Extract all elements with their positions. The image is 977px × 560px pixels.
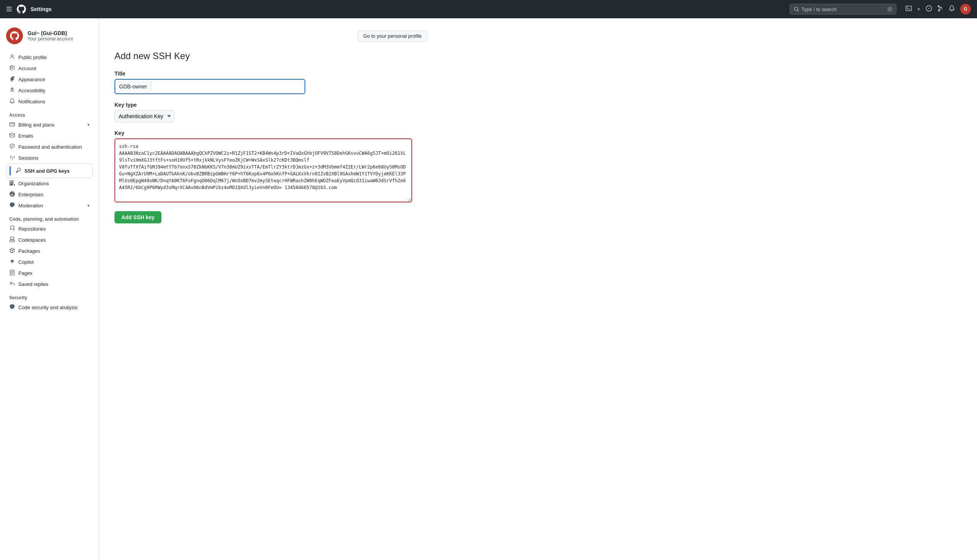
sidebar-nav-security: Code security and analysis: [6, 302, 93, 313]
sidebar-user-subtitle: Your personal account: [27, 36, 73, 42]
package-icon: [9, 248, 15, 254]
sidebar-item-notifications[interactable]: Notifications: [6, 96, 93, 107]
sidebar-item-account[interactable]: Account: [6, 63, 93, 74]
bell-icon-nav: [9, 98, 15, 105]
person-icon: [9, 54, 15, 61]
user-avatar[interactable]: G: [960, 4, 971, 15]
sidebar-avatar: [6, 27, 23, 44]
title-input-wrapper: GDB-owner: [114, 79, 305, 94]
copilot-icon: [9, 259, 15, 265]
sidebar-item-saved-replies[interactable]: Saved replies: [6, 279, 93, 290]
topnav: Settings Type / to search / + G: [0, 0, 977, 18]
sidebar-item-pages[interactable]: Pages: [6, 268, 93, 279]
reply-icon: [9, 281, 15, 287]
hamburger-icon[interactable]: [6, 6, 12, 12]
sidebar-item-copilot[interactable]: Copilot: [6, 257, 93, 268]
key-type-select[interactable]: Authentication Key Signing Key: [114, 110, 174, 122]
access-section-label: Access: [6, 107, 93, 119]
repo-icon: [9, 226, 15, 232]
main-content: Go to your personal profile Add new SSH …: [99, 18, 443, 560]
pages-icon: [9, 270, 15, 277]
add-ssh-key-button[interactable]: Add SSH key: [114, 211, 161, 223]
sidebar-item-password-auth[interactable]: Password and authentication: [6, 142, 93, 152]
key-type-label: Key type: [114, 102, 427, 108]
sidebar-item-label: Codespaces: [18, 237, 46, 243]
sidebar-item-sessions[interactable]: Sessions: [6, 152, 93, 163]
sidebar-item-enterprises[interactable]: Enterprises: [6, 189, 93, 200]
terminal-icon[interactable]: [906, 5, 912, 13]
circle-dot-icon[interactable]: [926, 5, 932, 13]
sidebar-item-label: Notifications: [18, 99, 45, 105]
search-placeholder: Type / to search: [801, 7, 837, 12]
search-bar[interactable]: Type / to search /: [790, 4, 897, 15]
sidebar-item-label: Moderation: [18, 203, 43, 208]
sidebar-item-codespaces[interactable]: Codespaces: [6, 235, 93, 245]
bell-icon[interactable]: [949, 5, 955, 13]
sidebar-item-repositories[interactable]: Repositories: [6, 223, 93, 235]
sidebar-item-label: SSH and GPG keys: [24, 168, 70, 174]
sidebar-item-label: Accessibility: [18, 88, 45, 93]
sidebar-nav-main: Public profile Account Appearance Access…: [6, 52, 93, 107]
page-heading: Add new SSH Key: [114, 51, 427, 62]
shield-lock-icon: [9, 144, 15, 150]
sidebar-item-label: Repositories: [18, 226, 46, 232]
sidebar-item-accessibility[interactable]: Accessibility: [6, 85, 93, 96]
merge-icon[interactable]: [937, 5, 944, 13]
sidebar-item-organizations[interactable]: Organizations: [6, 178, 93, 189]
sidebar: Gui~ (Gui-GDB) Your personal account Pub…: [0, 18, 99, 560]
security-section-label: Security: [6, 290, 93, 302]
key-form-group: Key ssh-rsa AAAAB3NzaC1yc2EAAAADAQABAAAb…: [114, 130, 427, 203]
sidebar-item-label: Billing and plans: [18, 122, 55, 128]
codespaces-icon: [9, 237, 15, 243]
chevron-down-icon: ▾: [87, 122, 90, 127]
sidebar-item-label: Packages: [18, 248, 40, 254]
globe-icon: [9, 192, 15, 198]
sidebar-nav-access: Billing and plans ▾ Emails Password and …: [6, 119, 93, 211]
sidebar-item-code-security[interactable]: Code security and analysis: [6, 302, 93, 313]
sidebar-user: Gui~ (Gui-GDB) Your personal account: [6, 27, 93, 44]
sidebar-item-billing[interactable]: Billing and plans ▾: [6, 119, 93, 130]
sidebar-item-appearance[interactable]: Appearance: [6, 74, 93, 85]
active-indicator: [10, 166, 11, 175]
code-security-icon: [9, 304, 15, 311]
key-label: Key: [114, 130, 427, 136]
sidebar-item-label: Sessions: [18, 155, 38, 161]
title-prefix: GDB-owner: [115, 81, 151, 92]
sidebar-item-label: Appearance: [18, 77, 45, 82]
sidebar-item-label: Account: [18, 65, 36, 71]
key-type-form-group: Key type Authentication Key Signing Key: [114, 102, 427, 122]
sidebar-item-packages[interactable]: Packages: [6, 245, 93, 257]
chevron-down-icon: ▾: [87, 203, 90, 208]
go-to-profile-button[interactable]: Go to your personal profile: [358, 30, 427, 42]
sidebar-item-label: Saved replies: [18, 281, 49, 287]
key-textarea[interactable]: ssh-rsa AAAAB3NzaC1yc2EAAAADAQABAAAbgQCk…: [114, 138, 412, 202]
github-logo[interactable]: [17, 5, 26, 14]
accessibility-icon: [9, 87, 15, 94]
sidebar-item-label: Password and authentication: [18, 144, 82, 150]
sidebar-item-emails[interactable]: Emails: [6, 130, 93, 142]
sidebar-item-public-profile[interactable]: Public profile: [6, 52, 93, 63]
sidebar-username: Gui~ (Gui-GDB): [27, 30, 73, 36]
sidebar-user-info: Gui~ (Gui-GDB) Your personal account: [27, 30, 73, 42]
page-title-nav: Settings: [30, 6, 52, 12]
profile-btn-row: Go to your personal profile: [114, 30, 427, 42]
sidebar-item-moderation[interactable]: Moderation ▾: [6, 200, 93, 211]
sidebar-item-ssh-gpg[interactable]: SSH and GPG keys: [6, 163, 93, 178]
moderation-icon: [9, 202, 15, 209]
title-form-group: Title GDB-owner: [114, 70, 427, 94]
title-label: Title: [114, 70, 427, 77]
sidebar-item-label: Pages: [18, 270, 32, 276]
gear-icon: [9, 65, 15, 72]
key-icon: [15, 168, 22, 174]
plus-icon[interactable]: +: [917, 6, 920, 13]
sidebar-item-label: Emails: [18, 133, 33, 139]
sidebar-item-label: Public profile: [18, 55, 47, 60]
building-icon: [9, 180, 15, 187]
layout: Gui~ (Gui-GDB) Your personal account Pub…: [0, 18, 977, 560]
brush-icon: [9, 76, 15, 83]
sidebar-nav-code: Repositories Codespaces Packages Copilot: [6, 223, 93, 290]
title-input[interactable]: [151, 80, 304, 93]
sidebar-item-label: Code security and analysis: [18, 305, 77, 310]
card-icon: [9, 122, 15, 128]
code-section-label: Code, planning, and automation: [6, 211, 93, 223]
